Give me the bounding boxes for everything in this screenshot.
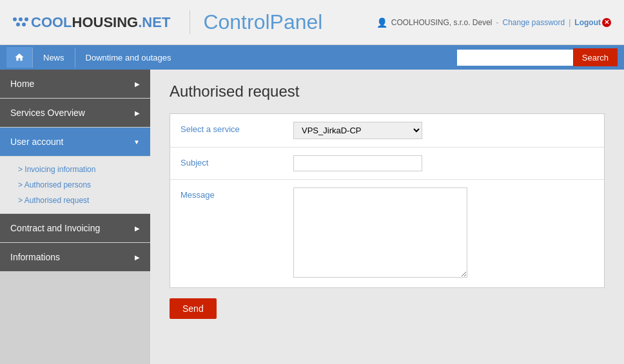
- subject-label: Subject: [180, 155, 293, 168]
- sidebar-item-services-overview[interactable]: Services Overview ▶: [0, 99, 150, 127]
- logout-link[interactable]: Logout ✕: [574, 18, 611, 27]
- logo-dot: [13, 17, 17, 21]
- search-button[interactable]: Search: [573, 48, 618, 66]
- submenu-authorised-persons[interactable]: Authorised persons: [0, 177, 150, 193]
- search-area: Search: [457, 48, 618, 66]
- logout-x-icon: ✕: [602, 18, 611, 27]
- select-service-label: Select a service: [180, 122, 293, 134]
- navbar: News Downtime and outages Search: [0, 45, 624, 70]
- logo-dot: [24, 17, 28, 21]
- logo-cool: COOL: [31, 14, 72, 31]
- chevron-right-icon: ▶: [135, 254, 140, 261]
- sidebar-submenu-user-account: Invoicing information Authorised persons…: [0, 157, 150, 213]
- header-right: 👤 COOLHOUSING, s.r.o. Devel - Change pas…: [376, 17, 611, 28]
- chevron-down-icon: ▼: [133, 139, 140, 146]
- send-button[interactable]: Send: [170, 298, 217, 319]
- chevron-right-icon: ▶: [135, 225, 140, 232]
- sidebar-item-informations[interactable]: Informations ▶: [0, 243, 150, 271]
- logo-dot: [16, 23, 20, 26]
- logo-housing: HOUSING: [72, 14, 139, 31]
- submenu-authorised-request[interactable]: Authorised request: [0, 193, 150, 208]
- user-info: COOLHOUSING, s.r.o. Devel: [391, 18, 492, 27]
- sidebar-item-contract-invoicing[interactable]: Contract and Invoicing ▶: [0, 214, 150, 242]
- message-label: Message: [180, 187, 293, 200]
- header: COOLHOUSING.NET ControlPanel 👤 COOLHOUSI…: [0, 0, 624, 45]
- select-service-row: Select a service VPS_JirkaD-CP: [170, 114, 604, 148]
- search-input[interactable]: [457, 50, 573, 66]
- home-nav-button[interactable]: [6, 47, 32, 68]
- authorised-request-form: Select a service VPS_JirkaD-CP Subject M…: [170, 113, 605, 288]
- logo: COOLHOUSING.NET: [13, 14, 170, 31]
- sidebar-item-home[interactable]: Home ▶: [0, 70, 150, 98]
- subject-field: [293, 155, 594, 171]
- home-icon: [14, 52, 24, 62]
- control-panel-title: ControlPanel: [190, 10, 322, 34]
- service-select[interactable]: VPS_JirkaD-CP: [293, 122, 422, 139]
- user-icon: 👤: [376, 17, 387, 28]
- subject-input[interactable]: [293, 155, 422, 171]
- chevron-right-icon: ▶: [135, 110, 140, 117]
- logo-dot: [19, 17, 23, 21]
- logo-icon: [13, 17, 28, 28]
- subject-row: Subject: [170, 148, 604, 180]
- chevron-right-icon: ▶: [135, 81, 140, 88]
- message-textarea[interactable]: [293, 187, 467, 278]
- main-layout: Home ▶ Services Overview ▶ User account …: [0, 70, 624, 364]
- message-row: Message: [170, 180, 604, 287]
- logo-area: COOLHOUSING.NET ControlPanel: [13, 10, 322, 34]
- nav-item-downtime[interactable]: Downtime and outages: [75, 48, 182, 68]
- sidebar: Home ▶ Services Overview ▶ User account …: [0, 70, 150, 364]
- logo-net: .NET: [138, 14, 170, 31]
- sidebar-item-user-account[interactable]: User account ▼: [0, 128, 150, 156]
- select-service-field: VPS_JirkaD-CP: [293, 122, 594, 139]
- content-area: Authorised request Select a service VPS_…: [150, 70, 624, 364]
- logo-dot: [22, 23, 26, 26]
- nav-item-news[interactable]: News: [32, 48, 75, 68]
- change-password-link[interactable]: Change password: [502, 18, 565, 27]
- message-field: [293, 187, 594, 280]
- submenu-invoicing-info[interactable]: Invoicing information: [0, 162, 150, 177]
- page-title: Authorised request: [170, 82, 605, 101]
